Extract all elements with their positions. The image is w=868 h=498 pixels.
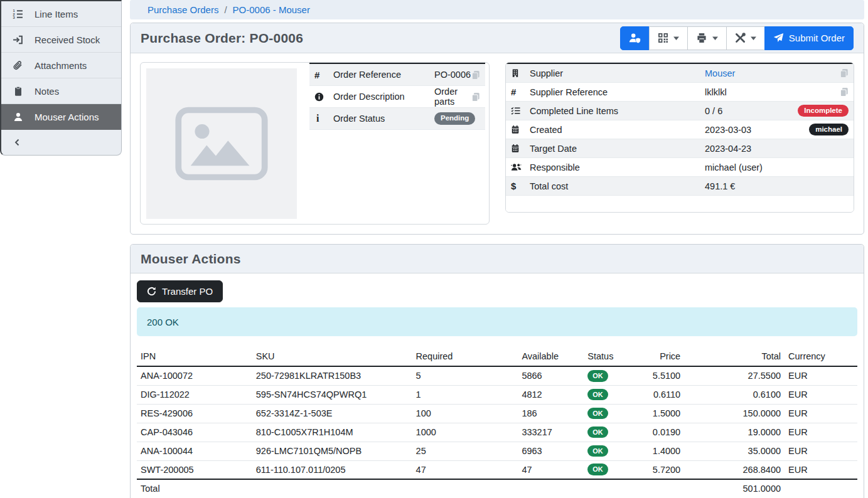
info-circle-icon (314, 92, 333, 102)
total-value: 501.0000 (684, 479, 785, 498)
detail-value: 2023-04-23 (705, 144, 849, 154)
cell-total: 19.0000 (684, 423, 785, 442)
sidebar-item-notes[interactable]: Notes (1, 78, 121, 104)
user-shield-icon (629, 33, 641, 43)
copy-icon[interactable] (471, 92, 480, 102)
mouser-actions-panel-header: Mouser Actions (131, 245, 864, 273)
breadcrumb-link-purchase-orders[interactable]: Purchase Orders (147, 4, 218, 15)
detail-row-order-description: Order Description Order parts (309, 86, 485, 108)
copy-icon[interactable] (840, 68, 849, 78)
sidebar: 123 Line Items Received Stock Attachment… (0, 0, 122, 156)
list-check-icon (511, 106, 530, 115)
detail-value: 2023-03-03 (705, 125, 809, 135)
table-row: CAP-043046 810-C1005X7R1H104M 1000 33321… (137, 423, 857, 442)
svg-text:3: 3 (13, 15, 16, 19)
ok-badge: OK (587, 389, 608, 401)
detail-value: Pending (434, 112, 480, 124)
breadcrumb-link-current-order[interactable]: PO-0006 - Mouser (233, 4, 310, 15)
main-content: Purchase Orders / PO-0006 - Mouser Purch… (130, 0, 864, 498)
purchase-order-panel: Purchase Order: PO-0006 (130, 23, 864, 235)
breadcrumb-separator: / (224, 4, 227, 15)
sidebar-item-label: Notes (35, 86, 59, 97)
sign-in-icon (12, 34, 24, 46)
sidebar-item-mouser-actions[interactable]: Mouser Actions (1, 104, 121, 130)
sidebar-collapse-button[interactable] (1, 130, 121, 155)
supplier-link[interactable]: Mouser (705, 68, 735, 78)
col-header-ipn: IPN (137, 347, 252, 366)
col-header-required: Required (412, 347, 518, 366)
table-header-row: IPN SKU Required Available Status Price … (137, 347, 857, 366)
order-image[interactable] (141, 63, 303, 224)
copy-icon[interactable] (471, 70, 480, 80)
print-actions-button[interactable] (687, 26, 727, 50)
ok-badge: OK (587, 370, 608, 382)
admin-actions-button[interactable] (620, 26, 650, 50)
detail-value: 0 / 6 (705, 106, 798, 116)
calendar-icon (511, 125, 530, 134)
cell-ipn: RES-429006 (137, 404, 252, 423)
cell-total: 27.5500 (684, 366, 785, 385)
tools-icon (735, 33, 746, 43)
cell-sku: 611-110.107.011/0205 (252, 460, 412, 479)
cell-currency: EUR (785, 460, 857, 479)
detail-value: michael (user) (705, 162, 849, 172)
cell-price: 5.7200 (628, 460, 684, 479)
detail-label: Created (530, 125, 705, 135)
order-options-button[interactable] (726, 26, 765, 50)
detail-row-empty (506, 196, 854, 213)
detail-row-total-cost: $ Total cost 491.1 € (506, 177, 854, 196)
table-row: ANA-100044 926-LMC7101QM5/NOPB 25 6963 O… (137, 442, 857, 460)
cell-status: OK (584, 404, 628, 423)
cell-total: 150.0000 (684, 404, 785, 423)
transfer-po-label: Transfer PO (162, 286, 213, 297)
detail-label: Responsible (530, 162, 705, 172)
breadcrumb: Purchase Orders / PO-0006 - Mouser (130, 0, 864, 19)
cell-price: 1.5000 (628, 404, 684, 423)
detail-value: Order parts (434, 87, 471, 107)
detail-label: Supplier Reference (530, 87, 705, 97)
caret-down-icon (673, 36, 679, 40)
detail-row-order-status: i Order Status Pending (309, 108, 485, 130)
cell-price: 1.4000 (628, 442, 684, 460)
cell-available: 333217 (518, 423, 584, 442)
cell-price: 5.5100 (628, 366, 684, 385)
cell-currency: EUR (785, 404, 857, 423)
cell-available: 47 (518, 460, 584, 479)
table-row: DIG-112022 595-SN74HCS74QPWRQ1 1 4812 OK… (137, 385, 857, 404)
hash-icon: # (511, 87, 530, 97)
building-icon (511, 68, 530, 78)
sidebar-item-received-stock[interactable]: Received Stock (1, 27, 121, 53)
ok-badge: OK (587, 464, 608, 475)
cell-required: 1000 (412, 423, 518, 442)
page-title: Purchase Order: PO-0006 (141, 31, 303, 46)
app-window: 123 Line Items Received Stock Attachment… (0, 0, 868, 498)
cell-currency: EUR (785, 366, 857, 385)
mouser-actions-panel: Mouser Actions Transfer PO 200 OK (130, 244, 864, 498)
detail-row-completed-line-items: Completed Line Items 0 / 6 Incomplete (506, 102, 854, 120)
sidebar-item-line-items[interactable]: 123 Line Items (1, 1, 121, 27)
info-icon: i (314, 113, 333, 124)
image-placeholder (146, 68, 297, 219)
cell-sku: 250-72981KLRATR150B3 (252, 366, 412, 385)
copy-icon[interactable] (840, 87, 849, 97)
supplier-details-card: Supplier Mouser # Supplier Reference lkl… (505, 62, 854, 213)
hash-icon: # (314, 70, 333, 80)
transfer-po-button[interactable]: Transfer PO (137, 280, 223, 302)
col-header-sku: SKU (252, 347, 412, 366)
detail-value: 491.1 € (705, 181, 849, 191)
cell-sku: 810-C1005X7R1H104M (252, 423, 412, 442)
purchase-order-panel-body: # Order Reference PO-0006 Order Descri (131, 53, 864, 234)
sidebar-item-label: Received Stock (35, 34, 100, 45)
table-row: ANA-100072 250-72981KLRATR150B3 5 5866 O… (137, 366, 857, 385)
cell-currency: EUR (785, 385, 857, 404)
image-placeholder-icon (174, 105, 269, 183)
sidebar-item-attachments[interactable]: Attachments (1, 53, 121, 78)
purchase-order-panel-header: Purchase Order: PO-0006 (131, 23, 864, 53)
user-icon (12, 111, 24, 123)
cell-status: OK (584, 366, 628, 385)
cell-ipn: ANA-100072 (137, 366, 252, 385)
detail-row-target-date: Target Date 2023-04-23 (506, 139, 854, 158)
barcode-actions-button[interactable] (649, 26, 688, 50)
submit-order-button[interactable]: Submit Order (764, 26, 854, 50)
incomplete-badge: Incomplete (798, 105, 849, 117)
